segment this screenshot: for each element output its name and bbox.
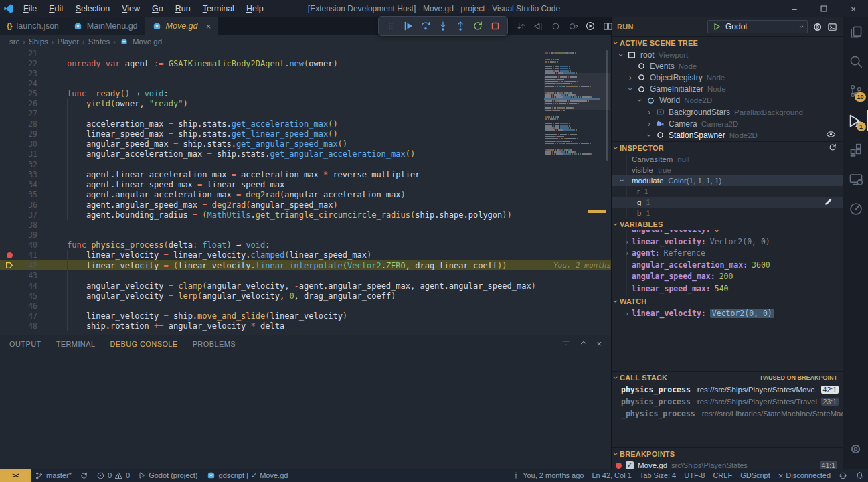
chevron-down-icon[interactable]: › — [616, 50, 626, 60]
stack-frame[interactable]: physics_processres://src/Ships/Player/St… — [612, 396, 843, 408]
status-gdscript[interactable]: GDScript — [736, 469, 774, 482]
chevron-down-icon[interactable]: › — [634, 96, 645, 105]
status-0[interactable]: 00 — [92, 469, 134, 482]
tab-launch-json[interactable]: {}launch.json — [0, 17, 66, 35]
minimap-slider[interactable] — [544, 73, 610, 110]
chevron-right-icon[interactable]: › — [622, 249, 632, 257]
inspector-row-g[interactable]: g1 — [612, 197, 843, 208]
chevron-down-icon[interactable]: › — [644, 131, 655, 140]
code-line-44[interactable]: 44 angular_velocity = clamp(angular_velo… — [0, 280, 611, 291]
circle-button[interactable] — [548, 18, 563, 34]
chevron-right-icon[interactable]: › — [625, 73, 636, 82]
minimap[interactable] — [545, 50, 599, 156]
code-line-45[interactable]: 45 angular_velocity = lerp(angular_veloc… — [0, 291, 611, 301]
launch-config-select[interactable]: Godot › — [707, 20, 808, 33]
status-disconnected[interactable]: ×Disconnected — [774, 469, 835, 482]
code-line-38[interactable]: 38 — [0, 220, 611, 230]
swap-button[interactable] — [513, 18, 528, 34]
stack-frame[interactable]: _physics_processres://src/Libraries/Stat… — [612, 408, 843, 420]
ellipsis-button[interactable]: … — [618, 18, 632, 34]
activity-gear-icon[interactable] — [843, 434, 868, 463]
menu-terminal[interactable]: Terminal — [197, 0, 240, 17]
panel-tab-output[interactable]: OUTPUT — [9, 340, 41, 348]
code-line-27[interactable]: 27 — [0, 109, 611, 119]
breakpoints-header[interactable]: ›BREAKPOINTS — [612, 448, 843, 460]
panel-filter-list-icon[interactable] — [561, 338, 571, 350]
code-line-26[interactable]: 26 yield(owner, "ready") — [0, 98, 611, 108]
scene-node-events[interactable]: EventsNode — [612, 60, 843, 72]
code-line-41[interactable]: 41 linear_velocity = linear_velocity.cla… — [0, 250, 611, 260]
gear-icon[interactable] — [812, 21, 823, 33]
code-line-28[interactable]: 28 acceleration_max = ship.stats.get_acc… — [0, 119, 611, 129]
variable-row[interactable]: angular_acceleration_max:3600 — [612, 259, 843, 271]
chevron-down-icon[interactable]: › — [614, 143, 617, 153]
inspector-row-b[interactable]: b1 — [612, 208, 843, 218]
chevron-down-icon[interactable]: › — [614, 38, 617, 48]
breadcrumb-item[interactable]: Ships — [29, 37, 48, 46]
inspector-row-r[interactable]: r1 — [612, 186, 843, 197]
code-line-36[interactable]: 36 agent.angular_speed_max = deg2rad(ang… — [0, 199, 611, 210]
status-gdscript-[interactable]: gdscript |✓Move.gd — [202, 469, 292, 482]
maximize-button[interactable] — [809, 0, 839, 17]
code-line-35[interactable]: 35 agent.angular_acceleration_max = deg2… — [0, 189, 611, 199]
breakpoint-icon[interactable] — [7, 252, 13, 258]
menu-file[interactable]: File — [17, 0, 43, 17]
step-into-button[interactable] — [435, 18, 451, 34]
status-godot-project-[interactable]: Godot (project) — [134, 469, 201, 482]
chevron-right-icon[interactable]: › — [644, 108, 655, 117]
activity-extensions-icon[interactable] — [843, 135, 868, 165]
code-line-34[interactable]: 34 agent.linear_speed_max = linear_speed… — [0, 179, 611, 189]
inspector-row-modulate[interactable]: ›modulateColor(1, 1, 1, 1) — [612, 175, 843, 186]
code-line-21[interactable]: 21 — [0, 48, 611, 58]
pencil-icon[interactable] — [824, 197, 833, 208]
variable-row[interactable]: ›agent:Reference — [612, 248, 843, 260]
chevron-down-icon[interactable]: › — [614, 220, 617, 229]
code-line-40[interactable]: 40func physics_process(delta: float) → v… — [0, 240, 611, 250]
breakpoint-item[interactable]: ✓Move.gdsrc\Ships\Player\States41:1 — [612, 460, 843, 469]
status-bell-icon[interactable] — [851, 469, 868, 482]
status-sync-icon[interactable] — [76, 469, 92, 482]
restart-button[interactable] — [470, 18, 486, 34]
code-line-31[interactable]: 31 angular_acceleration_max = ship.stats… — [0, 149, 611, 159]
step-out-button[interactable] — [452, 18, 468, 34]
minimize-button[interactable]: – — [780, 0, 809, 17]
close-icon[interactable]: × — [206, 21, 211, 31]
code-line-25[interactable]: 25func _ready() → void: — [0, 88, 611, 98]
scene-node-stationspawner[interactable]: ›StationSpawnerNode2D — [612, 129, 843, 141]
panel-tab-debug-console[interactable]: DEBUG CONSOLE — [110, 340, 177, 348]
breadcrumb-item[interactable]: States — [88, 37, 110, 46]
variable-row-partial[interactable]: angular_velocity:0 — [612, 230, 843, 236]
status--[interactable]: >< — [0, 469, 31, 482]
menu-go[interactable]: Go — [146, 0, 169, 17]
watch-header[interactable]: ›WATCH — [612, 295, 843, 307]
variable-row[interactable]: ›linear_velocity:Vector2(0, 0) — [612, 236, 843, 248]
code-line-33[interactable]: 33 agent.linear_acceleration_max = accel… — [0, 169, 611, 179]
activity-files-icon[interactable] — [843, 17, 868, 47]
breadcrumb-item[interactable]: src — [9, 37, 19, 46]
refresh-icon[interactable] — [828, 143, 837, 154]
code-line-29[interactable]: 29 linear_speed_max = ship.stats.get_lin… — [0, 129, 611, 139]
eye-icon[interactable] — [826, 129, 836, 141]
panel-close-icon[interactable]: × — [596, 339, 602, 349]
code-line-47[interactable]: 47 linear_velocity = ship.move_and_slide… — [0, 311, 611, 321]
inspector-header[interactable]: ›INSPECTOR — [612, 142, 843, 154]
variables-header[interactable]: ›VARIABLES — [612, 218, 843, 230]
chevron-down-icon[interactable]: › — [614, 449, 617, 459]
breadcrumb-file[interactable]: Move.gd — [133, 37, 162, 46]
variable-row[interactable]: angular_speed_max:200 — [612, 271, 843, 283]
gutter-margin[interactable] — [0, 252, 19, 258]
code-editor[interactable]: 2122onready var agent := GSAIKinematicBo… — [0, 48, 611, 335]
close-button[interactable]: × — [839, 0, 868, 17]
call-stack-header[interactable]: ›CALL STACKPAUSED ON BREAKPOINT — [612, 372, 843, 384]
code-line-32[interactable]: 32 — [0, 159, 611, 169]
panel-tab-problems[interactable]: PROBLEMS — [193, 340, 236, 348]
variable-row[interactable]: linear_speed_max:540 — [612, 283, 843, 295]
circle-arrow-button[interactable] — [566, 18, 580, 34]
status-tab-size-4[interactable]: Tab Size: 4 — [636, 469, 680, 482]
code-line-22[interactable]: 22onready var agent := GSAIKinematicBody… — [0, 58, 611, 68]
split-editor-button[interactable] — [600, 18, 615, 34]
status-feedback-icon[interactable] — [835, 469, 851, 482]
menu-selection[interactable]: Selection — [70, 0, 116, 17]
activity-debug-icon[interactable]: 1 — [843, 106, 868, 135]
code-line-39[interactable]: 39 — [0, 230, 611, 240]
